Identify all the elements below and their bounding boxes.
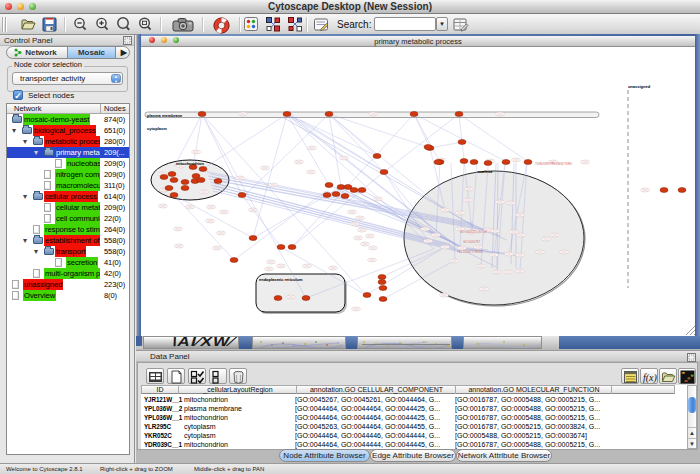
svg-text:f(x): f(x) (643, 372, 657, 384)
svg-text:plasma membrane: plasma membrane (147, 113, 183, 118)
svg-text:mitochondrion: mitochondrion (176, 161, 205, 166)
svg-text:endoplasmic reticulum: endoplasmic reticulum (259, 277, 303, 282)
svg-text:YKL120W,YOR222: YKL120W,YOR222 (457, 250, 483, 254)
svg-text:nucleus: nucleus (477, 169, 493, 174)
svg-text:unassigned: unassigned (628, 84, 651, 89)
svg-text:YDR033W,YPL036W,YKR0: YDR033W,YPL036W,YKR0 (535, 162, 572, 166)
svg-text:GO:0005215,GO:48: GO:0005215,GO:48 (460, 230, 487, 234)
svg-text:cytoplasm: cytoplasm (147, 126, 167, 131)
svg-text:GO:0016787: GO:0016787 (463, 240, 481, 244)
